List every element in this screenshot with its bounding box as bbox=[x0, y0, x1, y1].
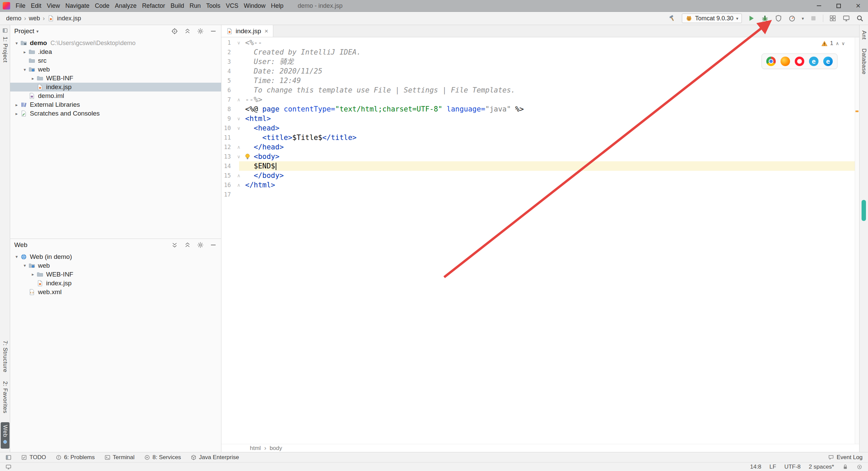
menu-tools[interactable]: Tools bbox=[203, 0, 223, 12]
tool-window-button-ant[interactable]: Ant bbox=[861, 30, 867, 40]
warning-stripe-mark[interactable] bbox=[855, 110, 859, 112]
intention-bulb-icon[interactable] bbox=[244, 152, 251, 161]
tree-toggle-icon[interactable]: ▾ bbox=[13, 254, 20, 259]
breadcrumb-index-jsp[interactable]: index.jsp bbox=[57, 15, 81, 22]
code-line-13[interactable]: 13∨ <body> bbox=[221, 152, 859, 161]
project-panel-title[interactable]: Project bbox=[14, 27, 34, 35]
hide-panel-icon[interactable] bbox=[210, 27, 217, 35]
project-item-demo[interactable]: ▾demoC:\Users\gcswei\Desktop\demo bbox=[10, 39, 221, 47]
menu-file[interactable]: File bbox=[13, 0, 28, 12]
chrome-icon[interactable] bbox=[766, 57, 776, 66]
project-item-demo-iml[interactable]: demo.iml bbox=[10, 91, 221, 100]
prev-warning-icon[interactable]: ∧ bbox=[836, 41, 839, 46]
internet-explorer-icon[interactable] bbox=[809, 57, 818, 66]
run-button[interactable] bbox=[747, 14, 755, 22]
project-item-web[interactable]: ▾web bbox=[10, 65, 221, 74]
code-line-1[interactable]: 1∨<%-- bbox=[221, 38, 859, 47]
hide-panel-icon[interactable] bbox=[210, 241, 217, 249]
project-item-index-jsp[interactable]: index.jsp bbox=[10, 83, 221, 91]
chevron-down-icon[interactable]: ▾ bbox=[802, 16, 804, 21]
tool-window-button-2-favorites[interactable]: 2: Favorites bbox=[2, 381, 8, 413]
menu-analyze[interactable]: Analyze bbox=[112, 0, 139, 12]
next-warning-icon[interactable]: ∨ bbox=[842, 41, 845, 46]
fold-marker-icon[interactable]: ∨ bbox=[235, 114, 242, 123]
tab-close-icon[interactable]: × bbox=[264, 27, 268, 35]
code-editor[interactable]: 1 ∧ ∨ 1∨<%--2 Created by IntelliJ IDEA.3… bbox=[221, 37, 859, 444]
tree-toggle-icon[interactable]: ▸ bbox=[13, 102, 20, 107]
project-item-src[interactable]: src bbox=[10, 56, 221, 65]
project-item-scratches-and-consoles[interactable]: ▸Scratches and Consoles bbox=[10, 109, 221, 118]
fold-marker-icon[interactable]: ∨ bbox=[235, 123, 242, 133]
code-line-9[interactable]: 9∨<html> bbox=[221, 114, 859, 123]
tool-window-button-database[interactable]: Database bbox=[861, 48, 867, 75]
web-item-web-inf[interactable]: ▸WEB-INF bbox=[10, 270, 221, 279]
tool-window-button-java-enterprise[interactable]: Java Enterprise bbox=[191, 454, 239, 461]
expand-all-icon[interactable] bbox=[171, 241, 178, 249]
menu-navigate[interactable]: Navigate bbox=[63, 0, 92, 12]
right-stripe-marker[interactable] bbox=[862, 200, 866, 221]
tool-window-button-8-services[interactable]: 8: Services bbox=[144, 454, 181, 461]
event-log-button[interactable]: Event Log bbox=[828, 454, 863, 461]
code-line-14[interactable]: 14 $END$ bbox=[221, 161, 859, 171]
code-line-12[interactable]: 12∧ </head> bbox=[221, 142, 859, 152]
tree-toggle-icon[interactable]: ▸ bbox=[29, 272, 37, 277]
maximize-button[interactable] bbox=[829, 0, 848, 12]
debug-button[interactable] bbox=[761, 14, 769, 22]
tree-toggle-icon[interactable]: ▸ bbox=[21, 49, 28, 55]
web-item-web[interactable]: ▾web bbox=[10, 261, 221, 270]
tree-toggle-icon[interactable]: ▸ bbox=[29, 76, 37, 81]
close-button[interactable]: × bbox=[848, 0, 868, 12]
menu-vcs[interactable]: VCS bbox=[223, 0, 241, 12]
highlighting-level-icon[interactable] bbox=[856, 464, 863, 470]
settings-gear-icon[interactable] bbox=[197, 27, 204, 35]
menu-window[interactable]: Window bbox=[241, 0, 268, 12]
readonly-lock-icon[interactable] bbox=[842, 464, 848, 470]
code-line-6[interactable]: 6 To change this template use File | Set… bbox=[221, 85, 859, 95]
code-line-15[interactable]: 15∧ </body> bbox=[221, 171, 859, 180]
fold-marker-icon[interactable]: ∧ bbox=[235, 171, 242, 180]
inspections-widget[interactable]: 1 ∧ ∨ bbox=[821, 40, 845, 47]
tool-window-button-7-structure[interactable]: 7: Structure bbox=[2, 341, 8, 372]
editor-breadcrumb-html[interactable]: html bbox=[250, 445, 261, 452]
tool-window-button-6-problems[interactable]: 6: Problems bbox=[56, 454, 95, 461]
indent-style[interactable]: 2 spaces* bbox=[809, 464, 834, 470]
search-everywhere-icon[interactable] bbox=[856, 14, 864, 22]
window-icon[interactable] bbox=[5, 464, 12, 470]
tree-toggle-icon[interactable]: ▾ bbox=[21, 263, 28, 268]
profiler-button[interactable] bbox=[788, 14, 796, 22]
tool-window-button-web[interactable]: Web bbox=[1, 422, 9, 449]
fold-marker-icon[interactable]: ∨ bbox=[235, 152, 242, 161]
web-item-index-jsp[interactable]: index.jsp bbox=[10, 279, 221, 288]
tree-toggle-icon[interactable]: ▾ bbox=[13, 41, 20, 46]
menu-refactor[interactable]: Refactor bbox=[139, 0, 168, 12]
project-item-idea[interactable]: ▸.idea bbox=[10, 47, 221, 56]
line-separator[interactable]: LF bbox=[769, 464, 776, 470]
tool-window-button-1-project[interactable]: 1: Project bbox=[2, 28, 8, 63]
breadcrumb-web[interactable]: web bbox=[29, 15, 40, 22]
project-item-web-inf[interactable]: ▸WEB-INF bbox=[10, 74, 221, 83]
code-line-5[interactable]: 5 Time: 12:49 bbox=[221, 76, 859, 85]
breadcrumb-demo[interactable]: demo bbox=[6, 15, 21, 22]
collapse-all-icon[interactable] bbox=[184, 241, 191, 249]
caret-position[interactable]: 14:8 bbox=[750, 464, 761, 470]
menu-help[interactable]: Help bbox=[268, 0, 286, 12]
tree-toggle-icon[interactable]: ▾ bbox=[21, 67, 28, 72]
code-line-8[interactable]: 8<%@ page contentType="text/html;charset… bbox=[221, 104, 859, 114]
menu-run[interactable]: Run bbox=[187, 0, 203, 12]
run-config-selector[interactable]: Tomcat 9.0.30 ▾ bbox=[682, 14, 742, 23]
web-item-web-in-demo[interactable]: ▾Web (in demo) bbox=[10, 252, 221, 261]
menu-edit[interactable]: Edit bbox=[28, 0, 44, 12]
code-line-7[interactable]: 7∧--%> bbox=[221, 95, 859, 104]
editor-breadcrumb-body[interactable]: body bbox=[270, 445, 282, 452]
coverage-button[interactable] bbox=[774, 14, 783, 22]
web-item-web-xml[interactable]: web.xml bbox=[10, 288, 221, 296]
menu-build[interactable]: Build bbox=[168, 0, 187, 12]
layout-icon[interactable] bbox=[842, 14, 850, 22]
menu-code[interactable]: Code bbox=[92, 0, 112, 12]
tool-window-switcher-icon[interactable] bbox=[5, 454, 12, 460]
fold-marker-icon[interactable]: ∧ bbox=[235, 95, 242, 104]
tool-window-button-todo[interactable]: TODO bbox=[21, 454, 46, 461]
code-line-10[interactable]: 10∨ <head> bbox=[221, 123, 859, 133]
fold-marker-icon[interactable]: ∨ bbox=[235, 38, 242, 47]
minimize-button[interactable] bbox=[809, 0, 829, 12]
